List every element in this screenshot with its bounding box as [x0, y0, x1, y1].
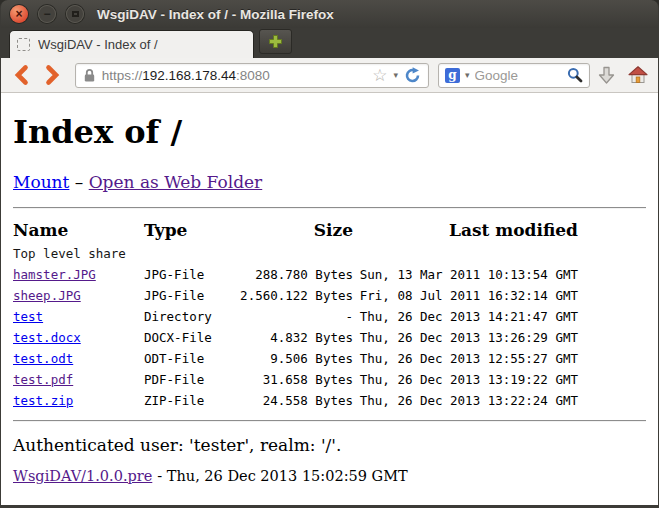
mount-link[interactable]: Mount — [13, 172, 69, 192]
window-title: WsgiDAV - Index of / - Mozilla Firefox — [97, 7, 334, 22]
lock-icon — [83, 68, 96, 83]
file-type: PDF-File — [144, 372, 226, 387]
tab-title: WsgiDAV - Index of / — [38, 37, 158, 52]
file-size: 31.658 Bytes — [226, 372, 353, 387]
table-header-row: Name Type Size Last modified — [13, 216, 646, 243]
file-link[interactable]: test.pdf — [13, 372, 73, 387]
file-link[interactable]: test.zip — [13, 393, 73, 408]
url-bar[interactable]: https://192.168.178.44:8080 ☆ ▾ — [75, 63, 429, 88]
titlebar[interactable]: × − WsgiDAV - Index of / - Mozilla Firef… — [1, 0, 658, 28]
file-modified: Thu, 26 Dec 2013 13:19:22 GMT — [353, 372, 578, 387]
new-tab-button[interactable] — [259, 29, 292, 54]
navigation-toolbar: https://192.168.178.44:8080 ☆ ▾ g ▾ Goog… — [1, 58, 658, 93]
url-text[interactable]: https://192.168.178.44:8080 — [102, 68, 367, 83]
close-button[interactable]: × — [10, 5, 28, 23]
bookmark-star-icon[interactable]: ☆ — [372, 67, 387, 84]
file-modified: Thu, 26 Dec 2013 13:22:24 GMT — [353, 393, 578, 408]
table-row: test.odt ODT-File 9.506 Bytes Thu, 26 De… — [13, 348, 646, 369]
close-icon: × — [15, 8, 22, 20]
maximize-icon — [72, 11, 79, 17]
reload-icon[interactable] — [404, 67, 421, 84]
file-size: - — [226, 309, 353, 324]
file-link[interactable]: hamster.JPG — [13, 267, 96, 282]
footer-timestamp: - Thu, 26 Dec 2013 15:02:59 GMT — [157, 468, 407, 484]
url-host: 192.168.178.44 — [142, 68, 236, 83]
urlbar-dropdown-icon[interactable]: ▾ — [393, 71, 398, 80]
file-size: 9.506 Bytes — [226, 351, 353, 366]
chevron-left-icon — [12, 64, 32, 86]
search-input[interactable]: Google — [475, 68, 563, 83]
col-header-size: Size — [226, 220, 353, 240]
col-header-type: Type — [144, 220, 226, 240]
forward-button[interactable] — [37, 60, 67, 90]
open-as-web-folder-link[interactable]: Open as Web Folder — [89, 172, 263, 192]
minimize-icon: − — [43, 8, 50, 20]
firefox-window: × − WsgiDAV - Index of / - Mozilla Firef… — [0, 0, 659, 508]
page-content: Index of / Mount – Open as Web Folder Na… — [1, 93, 658, 505]
col-header-modified: Last modified — [353, 220, 578, 240]
maximize-button[interactable] — [66, 5, 84, 23]
table-row: test Directory - Thu, 26 Dec 2013 14:21:… — [13, 306, 646, 327]
table-row: test.pdf PDF-File 31.658 Bytes Thu, 26 D… — [13, 369, 646, 390]
share-note-row: Top level share — [13, 243, 646, 264]
file-modified: Thu, 26 Dec 2013 12:55:27 GMT — [353, 351, 578, 366]
file-size: 24.558 Bytes — [226, 393, 353, 408]
file-type: ODT-File — [144, 351, 226, 366]
file-link[interactable]: test.docx — [13, 330, 81, 345]
search-icon[interactable] — [567, 67, 583, 83]
back-button[interactable] — [7, 60, 37, 90]
footer-version-line: WsgiDAV/1.0.0.pre- Thu, 26 Dec 2013 15:0… — [13, 468, 646, 484]
chevron-right-icon — [42, 64, 62, 86]
minimize-button[interactable]: − — [38, 5, 56, 23]
col-header-name: Name — [13, 220, 144, 240]
home-icon — [628, 66, 648, 84]
file-size: 288.780 Bytes — [226, 267, 353, 282]
google-icon[interactable]: g — [445, 68, 460, 83]
search-bar[interactable]: g ▾ Google — [438, 63, 590, 88]
file-type: JPG-File — [144, 288, 226, 303]
file-type: JPG-File — [144, 267, 226, 282]
share-note: Top level share — [13, 246, 578, 261]
file-link[interactable]: test.odt — [13, 351, 73, 366]
download-arrow-icon — [597, 66, 616, 85]
home-button[interactable] — [623, 61, 652, 90]
file-modified: Thu, 26 Dec 2013 13:26:29 GMT — [353, 330, 578, 345]
page-title: Index of / — [13, 113, 646, 151]
link-separator: – — [75, 172, 84, 192]
auth-status-text: Authenticated user: 'tester', realm: '/'… — [13, 435, 646, 455]
table-row: sheep.JPG JPG-File 2.560.122 Bytes Fri, … — [13, 285, 646, 306]
directory-listing: Name Type Size Last modified Top level s… — [13, 216, 646, 411]
page-favicon-placeholder-icon — [17, 38, 30, 51]
tab-wsgidav[interactable]: WsgiDAV - Index of / — [9, 30, 254, 58]
window-controls: × − — [10, 5, 84, 23]
file-link[interactable]: test — [13, 309, 43, 324]
file-size: 4.832 Bytes — [226, 330, 353, 345]
wsgidav-version-link[interactable]: WsgiDAV/1.0.0.pre — [13, 468, 152, 484]
table-row: hamster.JPG JPG-File 288.780 Bytes Sun, … — [13, 264, 646, 285]
file-modified: Fri, 08 Jul 2011 16:32:14 GMT — [353, 288, 578, 303]
table-row: test.docx DOCX-File 4.832 Bytes Thu, 26 … — [13, 327, 646, 348]
file-type: Directory — [144, 309, 226, 324]
file-type: ZIP-File — [144, 393, 226, 408]
table-row: test.zip ZIP-File 24.558 Bytes Thu, 26 D… — [13, 390, 646, 411]
divider-top — [13, 207, 646, 208]
file-modified: Sun, 13 Mar 2011 10:13:54 GMT — [353, 267, 578, 282]
url-port: :8080 — [236, 68, 270, 83]
divider-bottom — [13, 420, 646, 421]
url-scheme: https:// — [102, 68, 143, 83]
file-link[interactable]: sheep.JPG — [13, 288, 81, 303]
downloads-button[interactable] — [592, 61, 621, 90]
file-size: 2.560.122 Bytes — [226, 288, 353, 303]
search-engine-dropdown-icon[interactable]: ▾ — [465, 71, 470, 80]
file-modified: Thu, 26 Dec 2013 14:21:47 GMT — [353, 309, 578, 324]
tab-bar: WsgiDAV - Index of / — [1, 28, 658, 58]
file-type: DOCX-File — [144, 330, 226, 345]
plus-icon — [267, 33, 284, 50]
page-nav-links: Mount – Open as Web Folder — [13, 172, 646, 192]
